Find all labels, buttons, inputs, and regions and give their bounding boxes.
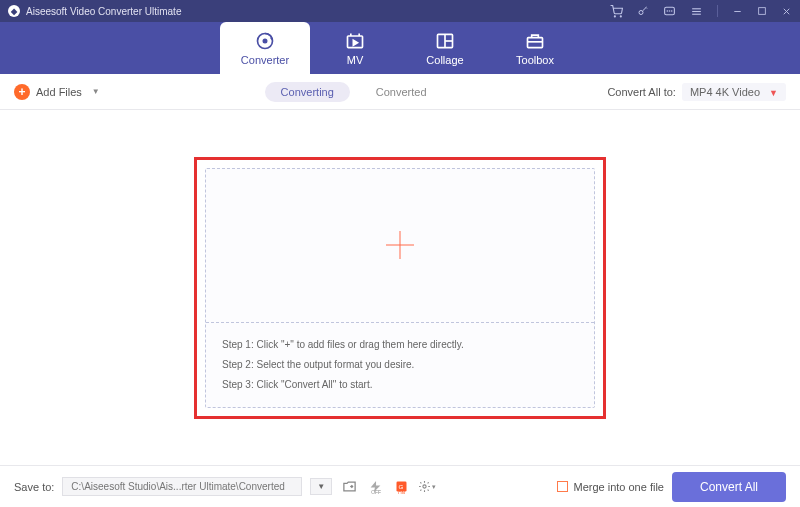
- app-logo-icon: ◆: [8, 5, 20, 17]
- checkbox-icon: [557, 481, 568, 492]
- titlebar-controls: [610, 5, 792, 18]
- settings-icon[interactable]: ▾: [418, 478, 436, 496]
- selected-format: MP4 4K Video: [690, 86, 760, 98]
- lightning-off-icon[interactable]: OFF: [366, 478, 384, 496]
- svg-point-32: [423, 485, 426, 488]
- tab-label: Collage: [426, 54, 463, 66]
- svg-point-17: [263, 39, 266, 42]
- svg-line-4: [646, 8, 647, 9]
- close-icon[interactable]: [781, 6, 792, 17]
- save-path-field[interactable]: C:\Aiseesoft Studio\Ais...rter Ultimate\…: [62, 477, 302, 496]
- subtab-converted[interactable]: Converted: [360, 82, 443, 102]
- chevron-down-icon: ▼: [92, 87, 100, 96]
- message-icon[interactable]: [663, 5, 676, 18]
- separator: [717, 5, 718, 17]
- app-title: Aiseesoft Video Converter Ultimate: [26, 6, 181, 17]
- merge-label: Merge into one file: [573, 481, 664, 493]
- step-2: Step 2: Select the output format you des…: [222, 355, 578, 375]
- svg-rect-13: [759, 8, 766, 15]
- svg-text:OFF: OFF: [371, 490, 381, 494]
- tab-mv[interactable]: MV: [310, 22, 400, 74]
- convert-all-to-label: Convert All to:: [607, 86, 675, 98]
- plus-icon: +: [14, 84, 30, 100]
- tab-label: Converter: [241, 54, 289, 66]
- chevron-down-icon: ▼: [769, 88, 778, 98]
- svg-point-8: [671, 10, 672, 11]
- maximize-icon[interactable]: [757, 6, 767, 16]
- tab-label: Toolbox: [516, 54, 554, 66]
- collage-icon: [435, 31, 455, 51]
- menu-icon[interactable]: [690, 5, 703, 18]
- instructions: Step 1: Click "+" to add files or drag t…: [206, 323, 594, 407]
- cart-icon[interactable]: [610, 5, 623, 18]
- converter-icon: [255, 31, 275, 51]
- step-1: Step 1: Click "+" to add files or drag t…: [222, 335, 578, 355]
- svg-point-1: [620, 15, 621, 16]
- step-3: Step 3: Click "Convert All" to start.: [222, 375, 578, 395]
- add-files-label: Add Files: [36, 86, 82, 98]
- add-files-button[interactable]: + Add Files ▼: [14, 84, 100, 100]
- highlight-annotation: Step 1: Click "+" to add files or drag t…: [194, 157, 606, 419]
- svg-point-7: [669, 10, 670, 11]
- key-icon[interactable]: [637, 5, 649, 17]
- minimize-icon[interactable]: [732, 6, 743, 17]
- main-nav: Converter MV Collage Toolbox: [0, 22, 800, 74]
- svg-point-0: [614, 15, 615, 16]
- mv-icon: [345, 31, 365, 51]
- svg-point-2: [639, 11, 643, 15]
- merge-checkbox[interactable]: Merge into one file: [557, 481, 664, 493]
- svg-text:ON: ON: [398, 490, 406, 494]
- save-to-label: Save to:: [14, 481, 54, 493]
- tab-converter[interactable]: Converter: [220, 22, 310, 74]
- drop-area[interactable]: Step 1: Click "+" to add files or drag t…: [205, 168, 595, 408]
- format-selector[interactable]: MP4 4K Video ▼: [682, 83, 786, 101]
- toolbar: + Add Files ▼ Converting Converted Conve…: [0, 74, 800, 110]
- tab-label: MV: [347, 54, 364, 66]
- svg-line-3: [642, 7, 646, 11]
- open-folder-icon[interactable]: [340, 478, 358, 496]
- titlebar: ◆ Aiseesoft Video Converter Ultimate: [0, 0, 800, 22]
- path-dropdown[interactable]: ▼: [310, 478, 332, 495]
- svg-marker-21: [353, 40, 357, 45]
- footer: Save to: C:\Aiseesoft Studio\Ais...rter …: [0, 465, 800, 507]
- gpu-on-icon[interactable]: GON: [392, 478, 410, 496]
- tab-collage[interactable]: Collage: [400, 22, 490, 74]
- drop-zone[interactable]: [206, 169, 594, 323]
- workspace: Step 1: Click "+" to add files or drag t…: [0, 110, 800, 465]
- toolbox-icon: [525, 31, 545, 51]
- subtab-converting[interactable]: Converting: [265, 82, 350, 102]
- svg-text:G: G: [398, 483, 403, 490]
- convert-all-button[interactable]: Convert All: [672, 472, 786, 502]
- svg-point-6: [667, 10, 668, 11]
- tab-toolbox[interactable]: Toolbox: [490, 22, 580, 74]
